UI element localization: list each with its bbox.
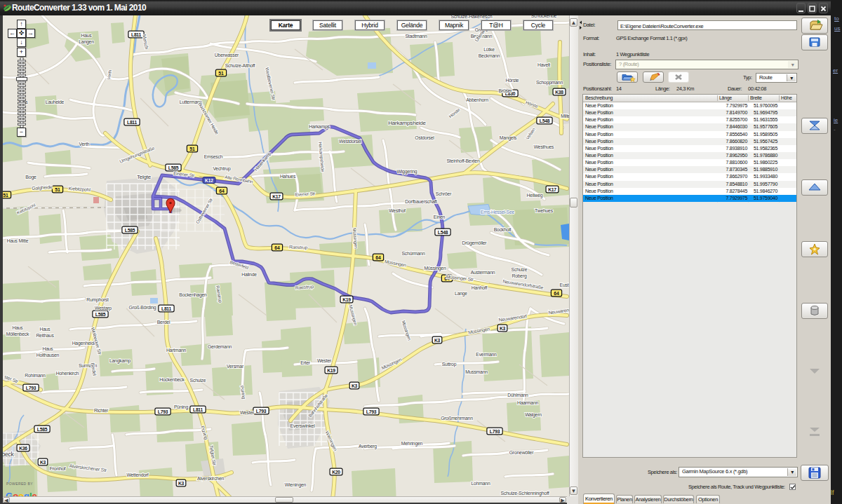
svg-text:Schürmann: Schürmann — [402, 251, 425, 256]
svg-text:Ems-Hessel-See: Ems-Hessel-See — [481, 210, 515, 214]
svg-text:Vechtrup: Vechtrup — [213, 166, 231, 172]
svg-text:51: 51 — [189, 147, 195, 151]
svg-text:Austermann: Austermann — [471, 270, 495, 275]
svg-text:K38: K38 — [555, 90, 563, 95]
svg-text:K12: K12 — [205, 178, 213, 183]
svg-text:Everswinkel: Everswinkel — [290, 423, 315, 428]
svg-text:Einen: Einen — [434, 214, 446, 219]
svg-text:K36: K36 — [19, 446, 27, 451]
svg-text:Lohmann: Lohmann — [472, 481, 490, 486]
svg-text:Mehringen: Mehringen — [401, 441, 423, 447]
svg-text:L811: L811 — [127, 120, 137, 125]
svg-text:Westhof: Westhof — [389, 208, 406, 213]
svg-text:Langkamp: Langkamp — [109, 358, 131, 364]
svg-text:Lütke: Lütke — [483, 47, 495, 52]
svg-text:Mangels: Mangels — [500, 135, 517, 141]
svg-text:L793: L793 — [490, 429, 500, 434]
svg-text:Verth: Verth — [79, 142, 90, 147]
svg-text:Evermann: Evermann — [476, 352, 497, 357]
svg-text:Haus: Haus — [39, 327, 51, 332]
svg-text:K19: K19 — [327, 368, 335, 373]
svg-text:64: 64 — [274, 245, 280, 250]
svg-text:Harkamps: Harkamps — [309, 124, 330, 130]
svg-text:Versmar: Versmar — [227, 364, 244, 369]
svg-text:Rumphorst: Rumphorst — [86, 297, 109, 303]
svg-text:Rohlmann: Rohlmann — [25, 373, 46, 378]
svg-text:Boge: Boge — [25, 175, 36, 180]
svg-text:Wester: Wester — [317, 358, 332, 363]
svg-text:L793: L793 — [366, 409, 377, 414]
svg-text:Püning: Püning — [174, 404, 188, 410]
svg-text:K20: K20 — [332, 470, 340, 475]
svg-text:Erter: Erter — [300, 360, 311, 365]
svg-text:64: 64 — [554, 291, 559, 296]
svg-text:Schröer: Schröer — [436, 191, 452, 196]
svg-text:Schulze-Schlenninghoff: Schulze-Schlenninghoff — [500, 491, 549, 496]
svg-text:Westhues: Westhues — [534, 144, 554, 149]
svg-text:Hartmann: Hartmann — [166, 348, 187, 353]
svg-text:Wettendorf: Wettendorf — [126, 472, 148, 477]
svg-text:Haus: Haus — [81, 33, 92, 38]
svg-text:64: 64 — [219, 189, 225, 193]
svg-text:Wiggering: Wiggering — [397, 169, 417, 175]
svg-text:Wester: Wester — [240, 410, 255, 415]
svg-text:Schulze: Schulze — [512, 267, 528, 272]
svg-text:Stadtmann: Stadtmann — [405, 34, 427, 39]
svg-text:Schulze: Schulze — [190, 378, 206, 383]
svg-text:POWERED BY: POWERED BY — [6, 482, 33, 486]
svg-text:Haarmann: Haarmann — [517, 400, 539, 405]
svg-text:beck: beck — [3, 451, 15, 458]
svg-text:L585: L585 — [37, 427, 48, 432]
svg-text:Hockenbeck: Hockenbeck — [159, 377, 185, 382]
svg-text:Telgte: Telgte — [137, 174, 152, 180]
svg-text:Bockholt: Bockholt — [494, 227, 512, 232]
svg-text:Twehues: Twehues — [535, 208, 554, 213]
svg-text:Gerdemann: Gerdemann — [208, 344, 232, 349]
svg-text:L793: L793 — [256, 409, 267, 414]
svg-text:L811: L811 — [193, 407, 203, 412]
svg-text:Walgern: Walgern — [525, 412, 542, 418]
svg-text:Gronewöller: Gronewöller — [509, 450, 534, 455]
svg-text:Lauheide: Lauheide — [46, 100, 65, 104]
svg-text:Groß-Börding: Groß-Börding — [129, 305, 156, 311]
svg-text:L793: L793 — [158, 409, 168, 414]
svg-text:Hagenheide: Hagenheide — [72, 341, 97, 346]
svg-text:Hanhoff: Hanhoff — [472, 285, 488, 290]
svg-text:K3: K3 — [178, 481, 185, 486]
svg-text:Dühlmann: Dühlmann — [507, 393, 528, 397]
svg-text:Eust: Eust — [560, 282, 569, 287]
svg-text:L585: L585 — [125, 228, 135, 233]
svg-text:K3: K3 — [434, 338, 441, 343]
svg-text:Überwasser: Überwasser — [215, 53, 239, 57]
svg-text:Mussmann: Mussmann — [465, 369, 488, 374]
svg-text:Berdel: Berdel — [157, 320, 171, 325]
svg-text:Westarp: Westarp — [95, 306, 112, 311]
svg-text:51: 51 — [218, 71, 224, 76]
svg-text:K19: K19 — [342, 297, 351, 302]
svg-text:Haus Mitte: Haus Mitte — [7, 238, 29, 243]
svg-text:Halinde: Halinde — [241, 272, 257, 277]
svg-text:L811: L811 — [161, 306, 171, 311]
svg-text:K3: K3 — [500, 326, 506, 331]
svg-text:Hellweg: Hellweg — [527, 193, 543, 198]
svg-text:Reithaus: Reithaus — [36, 333, 54, 338]
svg-text:Fronhof: Fronhof — [50, 466, 66, 471]
svg-text:51: 51 — [3, 193, 8, 198]
svg-text:Havelt: Havelt — [537, 62, 550, 67]
svg-text:Roberg: Roberg — [512, 273, 527, 279]
svg-text:L811: L811 — [131, 32, 141, 37]
svg-text:Brüser: Brüser — [499, 88, 513, 93]
svg-text:Großmehrmann: Großmehrmann — [441, 416, 473, 421]
svg-text:Schückenbe: Schückenbe — [531, 15, 557, 18]
svg-text:Beckmann: Beckmann — [479, 53, 500, 58]
svg-text:Averberg: Averberg — [359, 444, 377, 449]
svg-text:L585: L585 — [168, 165, 179, 170]
svg-text:Ostdorsel: Ostdorsel — [415, 135, 434, 140]
svg-text:Milte: Milte — [561, 114, 569, 118]
svg-text:K3: K3 — [40, 460, 46, 465]
svg-text:Langen: Langen — [79, 39, 94, 45]
svg-text:L548: L548 — [540, 118, 550, 123]
svg-text:Steinhoff-Bexten: Steinhoff-Bexten — [447, 158, 480, 163]
svg-text:Schoppmann: Schoppmann — [536, 80, 563, 86]
svg-text:L793: L793 — [26, 386, 36, 390]
